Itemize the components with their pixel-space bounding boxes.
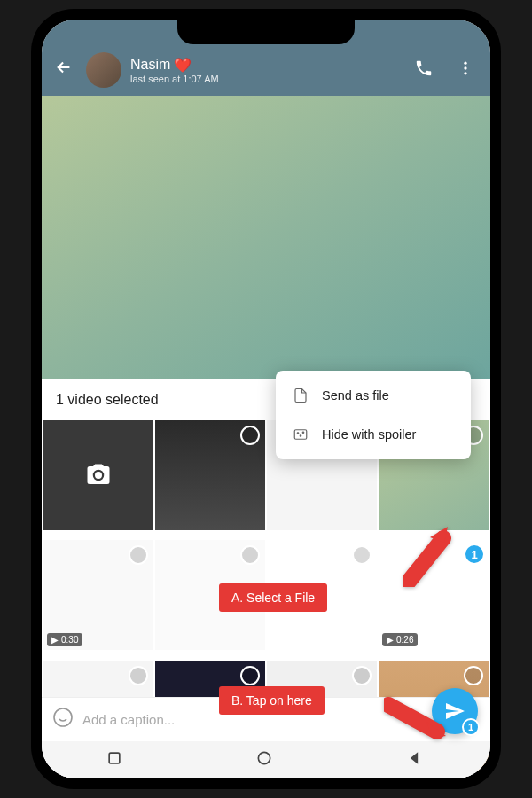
select-ring [240, 426, 260, 445]
heart-icon: ❤️ [174, 57, 192, 74]
menu-label: Hide with spoiler [322, 427, 416, 442]
camera-icon [85, 462, 112, 489]
more-button[interactable] [450, 52, 481, 88]
video-duration: ▶ 0:26 [382, 633, 418, 646]
svg-point-7 [54, 708, 72, 726]
select-ring [464, 666, 483, 685]
svg-point-0 [464, 62, 466, 65]
spoiler-icon [292, 426, 309, 443]
media-thumb[interactable]: ▶ 0:30 [43, 540, 153, 650]
screen: Nasim❤️ last seen at 1:07 AM 1 video sel… [42, 20, 490, 778]
svg-rect-3 [294, 430, 307, 440]
svg-point-1 [464, 66, 466, 69]
menu-send-as-file[interactable]: Send as file [276, 376, 471, 415]
notch [177, 20, 355, 44]
chat-header: Nasim❤️ last seen at 1:07 AM [42, 44, 490, 96]
call-button[interactable] [407, 51, 441, 89]
chat-background [42, 96, 490, 379]
last-seen-text: last seen at 1:07 AM [130, 74, 398, 84]
send-count-badge: 1 [462, 718, 480, 736]
svg-point-2 [464, 72, 466, 74]
media-thumb[interactable] [155, 420, 265, 530]
nav-home[interactable] [255, 749, 277, 771]
select-ring [240, 666, 260, 685]
select-ring [129, 666, 148, 685]
contact-avatar[interactable] [86, 52, 121, 88]
menu-label: Send as file [322, 388, 389, 403]
arrow-a [403, 516, 466, 591]
svg-point-9 [258, 752, 270, 763]
svg-point-6 [302, 432, 304, 434]
select-ring [240, 545, 260, 565]
svg-rect-8 [109, 753, 120, 763]
select-ring [352, 545, 372, 565]
svg-point-4 [297, 433, 299, 434]
nav-back[interactable] [405, 749, 426, 771]
camera-tile[interactable] [43, 420, 153, 530]
menu-hide-spoiler[interactable]: Hide with spoiler [276, 415, 471, 454]
file-hq-icon [292, 387, 309, 404]
callout-b: B. Tap on here [219, 686, 325, 715]
callout-a: A. Select a File [219, 583, 327, 612]
contact-name-text: Nasim [130, 57, 170, 73]
context-menu: Send as file Hide with spoiler [276, 371, 471, 459]
select-ring [129, 545, 148, 565]
phone-frame: Nasim❤️ last seen at 1:07 AM 1 video sel… [31, 9, 501, 789]
svg-point-5 [300, 435, 301, 437]
nav-recent[interactable] [106, 749, 127, 771]
contact-info[interactable]: Nasim❤️ last seen at 1:07 AM [130, 57, 398, 84]
selection-badge: 1 [464, 544, 485, 565]
back-button[interactable] [51, 54, 77, 86]
video-duration: ▶ 0:30 [47, 633, 82, 646]
emoji-button[interactable] [52, 707, 74, 733]
select-ring [352, 666, 372, 685]
arrow-b [384, 692, 455, 748]
